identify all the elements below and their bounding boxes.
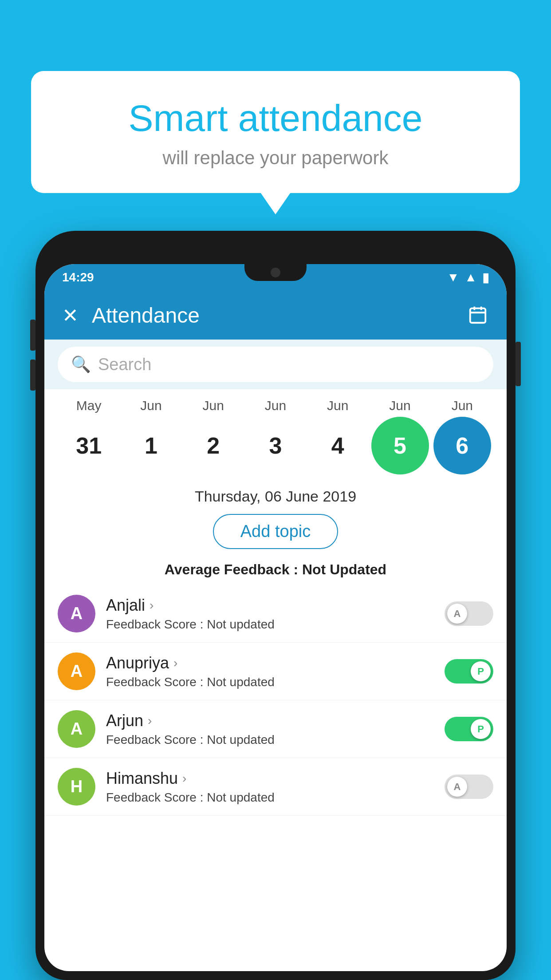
attendance-toggle-arjun[interactable]: P	[445, 717, 493, 741]
cal-month-1: Jun	[122, 398, 180, 413]
student-name-anjali: Anjali ›	[106, 596, 445, 615]
attendance-toggle-anupriya[interactable]: P	[445, 659, 493, 684]
cal-date-3[interactable]: 3	[247, 417, 304, 474]
toggle-knob-anupriya: P	[471, 661, 491, 681]
app-bar-title: Attendance	[92, 303, 467, 328]
speech-bubble-container: Smart attendance will replace your paper…	[31, 71, 520, 193]
chevron-icon-himanshu: ›	[182, 771, 186, 786]
student-list: A Anjali › Feedback Score : Not updated	[44, 585, 507, 816]
attendance-toggle-himanshu[interactable]: A	[445, 775, 493, 799]
calendar-strip: May Jun Jun Jun Jun Jun Jun 31 1 2 3 4 5…	[44, 389, 507, 479]
chevron-icon-anupriya: ›	[173, 656, 177, 670]
cal-date-5[interactable]: 5	[371, 417, 429, 474]
phone-frame: 14:29 ▼ ▲ ▮ ✕ Attendance	[35, 231, 516, 980]
calendar-months-row: May Jun Jun Jun Jun Jun Jun	[58, 398, 493, 413]
toggle-container-anjali[interactable]: A	[445, 601, 493, 626]
calendar-dates-row: 31 1 2 3 4 5 6	[58, 417, 493, 474]
battery-icon: ▮	[482, 270, 489, 285]
app-bar: ✕ Attendance	[44, 291, 507, 340]
search-icon: 🔍	[71, 355, 91, 374]
phone-notch	[244, 264, 307, 281]
avatar-arjun: A	[58, 710, 95, 748]
cal-date-0[interactable]: 31	[60, 417, 118, 474]
chevron-icon-anjali: ›	[150, 598, 153, 612]
student-feedback-arjun: Feedback Score : Not updated	[106, 733, 445, 747]
student-info-anjali: Anjali › Feedback Score : Not updated	[106, 596, 445, 632]
student-item-anjali[interactable]: A Anjali › Feedback Score : Not updated	[44, 585, 507, 643]
cal-month-5: Jun	[371, 398, 429, 413]
status-icons: ▼ ▲ ▮	[447, 270, 489, 285]
power-button	[516, 342, 521, 386]
student-info-arjun: Arjun › Feedback Score : Not updated	[106, 711, 445, 747]
background: Smart attendance will replace your paper…	[0, 0, 551, 980]
cal-date-6[interactable]: 6	[433, 417, 491, 474]
search-bar[interactable]: 🔍 Search	[58, 347, 493, 382]
attendance-toggle-anjali[interactable]: A	[445, 601, 493, 626]
svg-rect-0	[470, 308, 486, 323]
avg-feedback-value: Not Updated	[302, 561, 386, 577]
avatar-anjali: A	[58, 595, 95, 632]
bubble-title: Smart attendance	[58, 98, 493, 138]
cal-month-2: Jun	[185, 398, 242, 413]
avatar-himanshu: H	[58, 768, 95, 806]
speech-bubble: Smart attendance will replace your paper…	[31, 71, 520, 193]
toggle-container-anupriya[interactable]: P	[445, 659, 493, 684]
average-feedback: Average Feedback : Not Updated	[44, 556, 507, 585]
toggle-container-himanshu[interactable]: A	[445, 775, 493, 799]
bubble-subtitle: will replace your paperwork	[58, 147, 493, 169]
cal-date-2[interactable]: 2	[185, 417, 242, 474]
avatar-anupriya: A	[58, 652, 95, 690]
volume-down-button	[30, 360, 35, 391]
chevron-icon-arjun: ›	[148, 714, 152, 728]
front-camera	[271, 268, 280, 277]
student-name-himanshu: Himanshu ›	[106, 769, 445, 788]
cal-date-4[interactable]: 4	[309, 417, 366, 474]
toggle-knob-arjun: P	[471, 719, 491, 739]
student-info-anupriya: Anupriya › Feedback Score : Not updated	[106, 654, 445, 689]
toggle-container-arjun[interactable]: P	[445, 717, 493, 741]
cal-month-4: Jun	[309, 398, 366, 413]
toggle-knob-himanshu: A	[447, 777, 467, 797]
cal-month-6: Jun	[433, 398, 491, 413]
toggle-knob-anjali: A	[447, 604, 467, 624]
student-item-anupriya[interactable]: A Anupriya › Feedback Score : Not update…	[44, 643, 507, 700]
status-time: 14:29	[62, 270, 94, 285]
student-info-himanshu: Himanshu › Feedback Score : Not updated	[106, 769, 445, 805]
phone-screen: 14:29 ▼ ▲ ▮ ✕ Attendance	[44, 264, 507, 971]
student-item-himanshu[interactable]: H Himanshu › Feedback Score : Not update…	[44, 758, 507, 816]
volume-up-button	[30, 320, 35, 351]
add-topic-container: Add topic	[44, 510, 507, 556]
wifi-icon: ▼	[447, 270, 460, 285]
add-topic-button[interactable]: Add topic	[213, 514, 338, 549]
cal-month-3: Jun	[247, 398, 304, 413]
search-placeholder: Search	[98, 355, 151, 374]
close-button[interactable]: ✕	[62, 304, 79, 327]
cal-date-1[interactable]: 1	[122, 417, 180, 474]
selected-date: Thursday, 06 June 2019	[44, 479, 507, 510]
student-feedback-anjali: Feedback Score : Not updated	[106, 617, 445, 632]
calendar-button[interactable]	[467, 304, 489, 326]
search-bar-container: 🔍 Search	[44, 340, 507, 389]
student-item-arjun[interactable]: A Arjun › Feedback Score : Not updated	[44, 700, 507, 758]
student-name-arjun: Arjun ›	[106, 711, 445, 730]
student-name-anupriya: Anupriya ›	[106, 654, 445, 672]
cal-month-0: May	[60, 398, 118, 413]
avg-feedback-label: Average Feedback :	[165, 561, 298, 577]
student-feedback-anupriya: Feedback Score : Not updated	[106, 675, 445, 689]
student-feedback-himanshu: Feedback Score : Not updated	[106, 790, 445, 805]
signal-icon: ▲	[464, 270, 477, 285]
